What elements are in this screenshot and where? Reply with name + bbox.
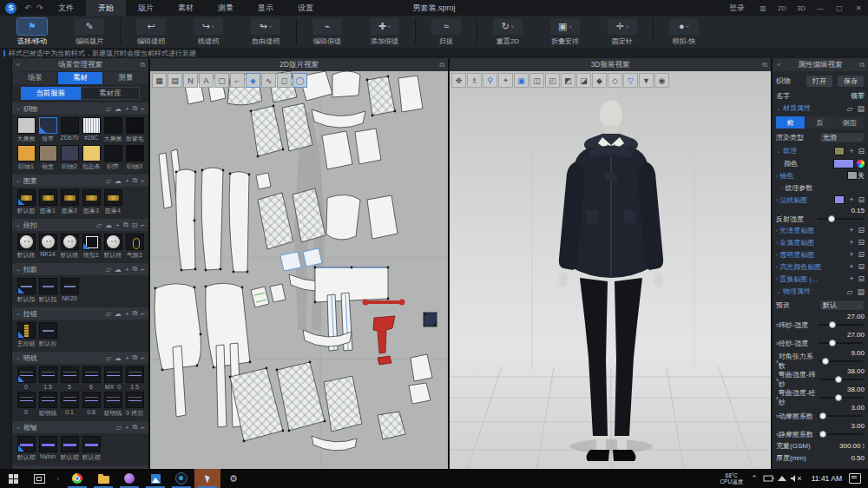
dropdown-caret-icon[interactable]: ˅ <box>569 24 572 30</box>
map-row-金属度贴图[interactable]: ›金属度贴图+⊟ <box>776 236 865 248</box>
delete-map-icon[interactable]: ⊟ <box>858 238 865 247</box>
minimize-button[interactable]: — <box>811 0 830 16</box>
collapse-caret-icon[interactable]: ⌄ <box>16 310 21 317</box>
maximize-button[interactable]: ▢ <box>830 0 849 16</box>
copy-icon[interactable]: ⧉ <box>133 353 138 362</box>
material-item-#28C[interactable]: #28C <box>81 117 102 143</box>
tool-重置2D[interactable]: ↻˅重置2D <box>479 16 536 48</box>
dropdown-caret-icon[interactable]: ˅ <box>269 24 273 30</box>
slider-track[interactable] <box>820 397 863 399</box>
popout-properties-icon[interactable]: ⧉ <box>856 61 868 69</box>
material-item-默认纽[interactable]: 默认纽 <box>16 234 36 260</box>
section-header-织物[interactable]: ⌄织物▱☁+⧉⌐ <box>12 102 148 115</box>
slider-knob[interactable] <box>822 358 829 365</box>
layout-button-0[interactable]: ▥ <box>753 0 773 16</box>
plus-icon[interactable]: + <box>125 105 129 113</box>
tool-编辑假缝[interactable]: ⌁编辑假缝 <box>299 16 356 48</box>
tool-固定针[interactable]: ✛˅固定针 <box>594 16 651 48</box>
layout-button-2[interactable]: 3D <box>792 0 811 16</box>
dropdown-caret-icon[interactable]: ˅ <box>626 24 629 30</box>
material-item-图案3[interactable]: 图案3 <box>81 189 102 215</box>
material-item-6[interactable]: 6 <box>81 366 102 390</box>
notch-tool-icon[interactable]: N <box>183 73 198 88</box>
material-item-大身面[interactable]: 大身面 <box>16 117 36 143</box>
popout-3d-icon[interactable]: ⧉ <box>759 61 771 69</box>
spin-down-icon[interactable]: ▾ <box>862 445 865 449</box>
subtab-素材库[interactable]: 素材库 <box>81 87 141 100</box>
cloud-icon[interactable]: ☁ <box>115 177 122 185</box>
corner-icon[interactable]: ⌐ <box>141 266 145 274</box>
material-item-1.5[interactable]: 1.5 <box>37 366 58 390</box>
dropdown-预设[interactable]: 默认⌄ <box>819 300 865 311</box>
copy-icon[interactable]: ⧉ <box>123 221 128 229</box>
fit-map-icon[interactable]: ◆ <box>592 73 607 88</box>
add-map-icon[interactable]: + <box>849 238 853 247</box>
slider-knob[interactable] <box>835 394 842 401</box>
ruler-icon[interactable]: ⌐ <box>230 73 245 88</box>
menu-显示[interactable]: 显示 <box>246 0 286 16</box>
section-header-扣眼[interactable]: ⌄扣眼▱☁+⧉⌐ <box>12 263 148 275</box>
delete-texture-icon[interactable]: ⊟ <box>858 147 865 155</box>
cloud-icon[interactable]: ☁ <box>115 310 122 318</box>
tool-选择/移动[interactable]: ⚑选择/移动 <box>3 16 61 48</box>
taskbar-chevron-icon[interactable]: › <box>52 469 64 488</box>
color-swatch[interactable] <box>833 159 854 168</box>
map-row-高光颜色贴图[interactable]: ›高光颜色贴图+⊟ <box>776 260 865 273</box>
material-item-主拉链[interactable]: 主拉链 <box>16 322 36 348</box>
pattern-2d-canvas[interactable]: ▦▤NA▢⌐◈∿◻◯ <box>150 71 448 469</box>
taskbar-app-photos[interactable] <box>142 469 168 488</box>
tab-测量[interactable]: 测量 <box>104 72 148 84</box>
slider-track[interactable] <box>818 433 863 435</box>
slider-track[interactable] <box>819 360 863 362</box>
copy-icon[interactable]: ⧉ <box>133 104 138 113</box>
cloud-icon[interactable]: ☁ <box>115 266 122 274</box>
material-item-双明线[interactable]: 双明线 <box>37 392 58 418</box>
material-item-纽扣1[interactable]: 纽扣1 <box>81 234 102 260</box>
box-select-icon[interactable]: ▦ <box>152 73 167 88</box>
material-item-袖里[interactable]: 袖里 <box>37 145 58 171</box>
cpu-temp-widget[interactable]: 68°C CPU温度 <box>715 472 747 485</box>
cloud-icon[interactable]: ☁ <box>115 354 122 362</box>
section-header-褶皱[interactable]: ⌄褶皱▱+⧉⌐ <box>12 421 148 433</box>
redo-icon[interactable]: ↷ <box>34 3 46 12</box>
delete-map-icon[interactable]: ⊟ <box>858 250 865 259</box>
plus-icon[interactable]: + <box>125 177 129 185</box>
map-row-透明度贴图[interactable]: ›透明度贴图+⊟ <box>776 248 865 260</box>
material-item-NK20[interactable]: NK20 <box>59 278 80 304</box>
task-view-button[interactable] <box>26 469 52 488</box>
taskbar-app-settings[interactable]: ⚙ <box>220 469 247 488</box>
dropdown-caret-icon[interactable]: ˅ <box>511 24 515 30</box>
folder-icon[interactable]: ▱ <box>106 310 111 318</box>
undo-icon[interactable]: ↶ <box>22 3 34 12</box>
menu-文件[interactable]: 文件 <box>46 0 86 16</box>
section-header-拉链[interactable]: ⌄拉链▱☁+⧉⌐ <box>12 307 148 320</box>
material-item-0[interactable]: 0 <box>16 366 36 390</box>
folder-icon[interactable]: ▱ <box>106 266 111 274</box>
section-header-纽扣[interactable]: ⌄纽扣▱☁+⧉⊟⌐ <box>12 219 148 231</box>
wind-icon[interactable]: ▼ <box>639 73 654 88</box>
sewing-line-icon[interactable]: ∿ <box>261 73 276 88</box>
map-swatch[interactable] <box>834 195 845 204</box>
render-icon[interactable]: ◉ <box>654 73 669 88</box>
show-seam-icon[interactable]: ▤ <box>168 73 182 88</box>
menu-素材[interactable]: 素材 <box>166 0 206 16</box>
cloud-icon[interactable]: ☁ <box>105 221 112 229</box>
menu-设置[interactable]: 设置 <box>286 0 326 16</box>
slider-track[interactable] <box>818 218 863 220</box>
plus-icon[interactable]: + <box>125 424 129 432</box>
material-item-包边条[interactable]: 包边条 <box>81 145 102 171</box>
garment-icon[interactable]: ◈ <box>246 73 260 88</box>
dropdown-caret-icon[interactable]: ˅ <box>687 24 690 30</box>
slider-track[interactable] <box>820 379 863 380</box>
tray-expand-icon[interactable]: ⌃ <box>747 474 761 483</box>
material-item-默认拉[interactable]: 默认拉 <box>37 322 58 348</box>
slider-knob[interactable] <box>829 340 836 346</box>
texture-swatch[interactable] <box>834 147 845 155</box>
folder-icon[interactable]: ▱ <box>106 105 111 113</box>
arrange-point-icon[interactable]: ⌖ <box>498 73 513 88</box>
tab-素材[interactable]: 素材 <box>58 72 102 84</box>
trash-icon[interactable]: ⊟ <box>132 221 138 229</box>
material-item-Nylon[interactable]: Nylon <box>37 436 58 462</box>
collapse-panel-icon[interactable]: « <box>12 61 24 69</box>
material-item-默认图[interactable]: 默认图 <box>16 189 36 215</box>
